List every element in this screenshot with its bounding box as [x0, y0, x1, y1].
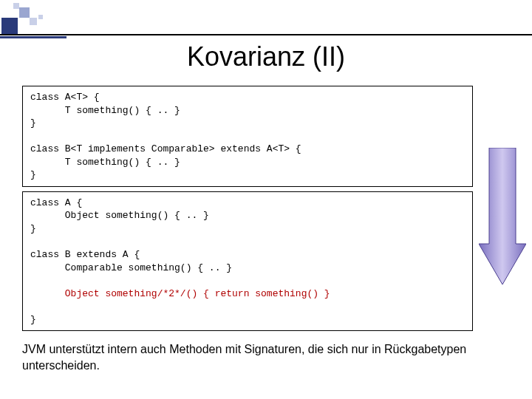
code-line: class A {: [30, 197, 82, 208]
code-line: T something() { .. }: [30, 105, 180, 116]
code-line: class A<T> {: [30, 92, 100, 103]
code-box-erased: class A { Object something() { .. } } cl…: [22, 191, 473, 331]
code-line: Object something() { .. }: [30, 210, 209, 221]
code-line: }: [30, 117, 36, 129]
code-box-generic: class A<T> { T something() { .. } } clas…: [22, 86, 473, 187]
code-line: }: [30, 169, 36, 180]
code-line: T something() { .. }: [30, 157, 180, 168]
code-line: class B extends A {: [30, 249, 140, 260]
code-line: }: [30, 314, 36, 325]
code-line: Comparable something() { .. }: [30, 262, 232, 273]
code-line: class B<T implements Comparable> extends…: [30, 143, 301, 154]
svg-marker-0: [479, 148, 526, 284]
slide-caption: JVM unterstützt intern auch Methoden mit…: [22, 341, 502, 373]
slide-title: Kovarianz (II): [0, 41, 532, 72]
code-line: }: [30, 223, 36, 234]
down-arrow-icon: [479, 148, 526, 296]
code-line-bridge: Object something/*2*/() { return somethi…: [30, 288, 330, 299]
